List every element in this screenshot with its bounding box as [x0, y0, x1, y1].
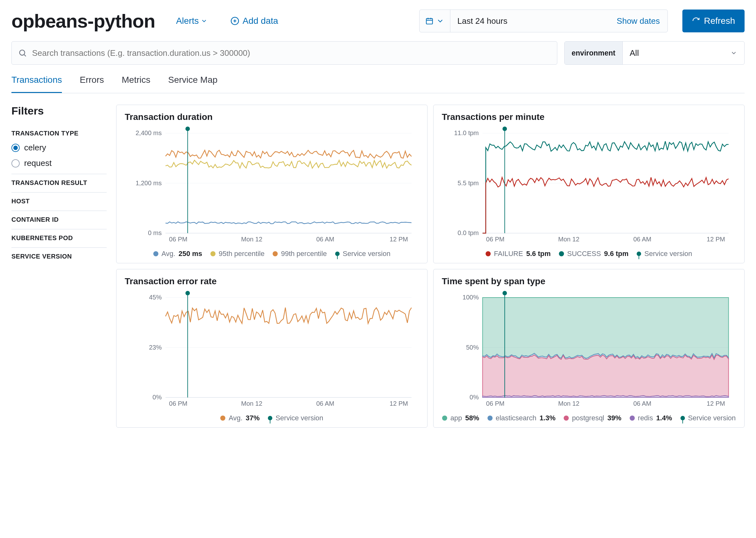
service-title: opbeans-python	[11, 10, 155, 32]
filter-heading: KUBERNETES POD	[11, 235, 107, 242]
svg-text:Mon 12: Mon 12	[558, 400, 580, 407]
svg-point-47	[185, 291, 190, 295]
svg-text:06 PM: 06 PM	[486, 400, 505, 407]
legend-item[interactable]: 95th percentile	[210, 250, 264, 258]
dot-icon	[210, 251, 215, 256]
show-dates-link[interactable]: Show dates	[609, 10, 668, 32]
legend-item[interactable]: elasticsearch 1.3%	[488, 414, 556, 422]
svg-text:06 AM: 06 AM	[316, 400, 334, 407]
tabs: Transactions Errors Metrics Service Map	[11, 75, 745, 93]
chart-canvas[interactable]: 45%23%0%06 PMMon 1206 AM12 PM	[125, 290, 419, 412]
legend-item[interactable]: 99th percentile	[273, 250, 326, 258]
pin-icon	[680, 416, 685, 420]
alerts-dropdown[interactable]: Alerts	[176, 16, 208, 26]
radio-icon	[11, 159, 20, 168]
date-range-label[interactable]: Last 24 hours	[450, 10, 609, 32]
filter-transaction-result[interactable]: TRANSACTION RESULT	[11, 174, 107, 192]
svg-text:06 PM: 06 PM	[169, 236, 188, 243]
svg-point-34	[502, 127, 507, 131]
legend-item[interactable]: Service version	[335, 250, 390, 258]
tab-metrics[interactable]: Metrics	[122, 75, 150, 93]
legend-item[interactable]: Avg. 37%	[220, 414, 260, 422]
filter-service-version[interactable]: SERVICE VERSION	[11, 248, 107, 266]
filter-container-id[interactable]: CONTAINER ID	[11, 211, 107, 229]
add-data-link[interactable]: Add data	[230, 16, 278, 26]
svg-text:100%: 100%	[462, 294, 479, 301]
legend-item[interactable]: app 58%	[442, 414, 479, 422]
pin-icon	[637, 251, 641, 256]
legend-item[interactable]: postgresql 39%	[564, 414, 621, 422]
legend-item[interactable]: Avg. 250 ms	[153, 250, 202, 258]
legend-item[interactable]: Service version	[637, 250, 692, 258]
calendar-icon	[425, 17, 434, 25]
alerts-label: Alerts	[176, 16, 199, 26]
legend-label: 99th percentile	[281, 250, 326, 258]
radio-celery[interactable]: celery	[11, 143, 107, 153]
search-input[interactable]	[32, 48, 551, 58]
chart-legend: Avg. 250 ms95th percentile99th percentil…	[125, 250, 419, 258]
legend-label: Service version	[688, 414, 736, 422]
dot-icon	[630, 415, 635, 421]
chart-canvas[interactable]: 100%50%0%06 PMMon 1206 AM12 PM	[442, 290, 736, 412]
legend-label: SUCCESS	[567, 250, 601, 258]
legend-label: postgresql	[572, 414, 604, 422]
legend-value: 5.6 tpm	[526, 250, 551, 258]
svg-text:Mon 12: Mon 12	[558, 236, 580, 243]
chart-legend: FAILURE 5.6 tpmSUCCESS 9.6 tpmService ve…	[442, 250, 736, 258]
environment-filter: environment All	[564, 41, 745, 65]
filter-heading[interactable]: TRANSACTION TYPE	[11, 130, 107, 137]
svg-text:06 AM: 06 AM	[316, 236, 334, 243]
tab-errors[interactable]: Errors	[80, 75, 104, 93]
svg-line-8	[24, 55, 26, 56]
dot-icon	[564, 415, 569, 421]
refresh-label: Refresh	[704, 16, 735, 26]
svg-text:12 PM: 12 PM	[707, 400, 725, 407]
filter-heading: SERVICE VERSION	[11, 253, 107, 260]
legend-item[interactable]: Service version	[268, 414, 323, 422]
radio-request[interactable]: request	[11, 158, 107, 168]
svg-text:06 AM: 06 AM	[633, 400, 651, 407]
filter-host[interactable]: HOST	[11, 192, 107, 211]
pin-icon	[268, 416, 272, 420]
svg-rect-3	[426, 19, 433, 24]
header: opbeans-python Alerts Add data Last 24 h…	[11, 10, 745, 32]
svg-text:Mon 12: Mon 12	[241, 400, 262, 407]
refresh-button[interactable]: Refresh	[682, 10, 745, 32]
svg-text:11.0 tpm: 11.0 tpm	[454, 130, 479, 136]
svg-text:0%: 0%	[153, 394, 162, 401]
legend-value: 37%	[246, 414, 260, 422]
environment-value: All	[630, 48, 639, 58]
chart-canvas[interactable]: 2,400 ms1,200 ms0 ms06 PMMon 1206 AM12 P…	[125, 125, 419, 248]
dot-icon	[559, 251, 564, 256]
plus-circle-icon	[230, 17, 239, 26]
dot-icon	[153, 251, 158, 256]
legend-item[interactable]: FAILURE 5.6 tpm	[486, 250, 551, 258]
legend-item[interactable]: Service version	[680, 414, 736, 422]
legend-item[interactable]: SUCCESS 9.6 tpm	[559, 250, 628, 258]
legend-item[interactable]: redis 1.4%	[630, 414, 672, 422]
date-quick-button[interactable]	[420, 10, 450, 32]
filters-title: Filters	[11, 105, 107, 117]
charts-grid: Transaction duration 2,400 ms1,200 ms0 m…	[116, 105, 745, 428]
chart-canvas[interactable]: 11.0 tpm5.5 tpm0.0 tpm06 PMMon 1206 AM12…	[442, 125, 736, 248]
refresh-icon	[692, 17, 700, 25]
radio-label: request	[24, 158, 52, 168]
svg-point-60	[502, 291, 507, 295]
legend-label: Service version	[343, 250, 390, 258]
dot-icon	[442, 415, 447, 421]
chart-transaction-duration: Transaction duration 2,400 ms1,200 ms0 m…	[116, 105, 428, 263]
legend-label: Service version	[275, 414, 323, 422]
filter-kubernetes-pod[interactable]: KUBERNETES POD	[11, 229, 107, 248]
environment-select[interactable]: All	[623, 41, 744, 64]
pin-icon	[335, 251, 340, 256]
legend-label: elasticsearch	[496, 414, 536, 422]
search-box[interactable]	[11, 41, 557, 65]
chart-title: Time spent by span type	[442, 276, 736, 287]
search-row: environment All	[11, 41, 745, 65]
tab-transactions[interactable]: Transactions	[11, 75, 62, 93]
chevron-down-icon	[201, 18, 207, 25]
tab-servicemap[interactable]: Service Map	[168, 75, 218, 93]
svg-text:06 AM: 06 AM	[633, 236, 651, 243]
chart-transactions-per-minute: Transactions per minute 11.0 tpm5.5 tpm0…	[433, 105, 745, 263]
svg-point-21	[185, 127, 190, 131]
